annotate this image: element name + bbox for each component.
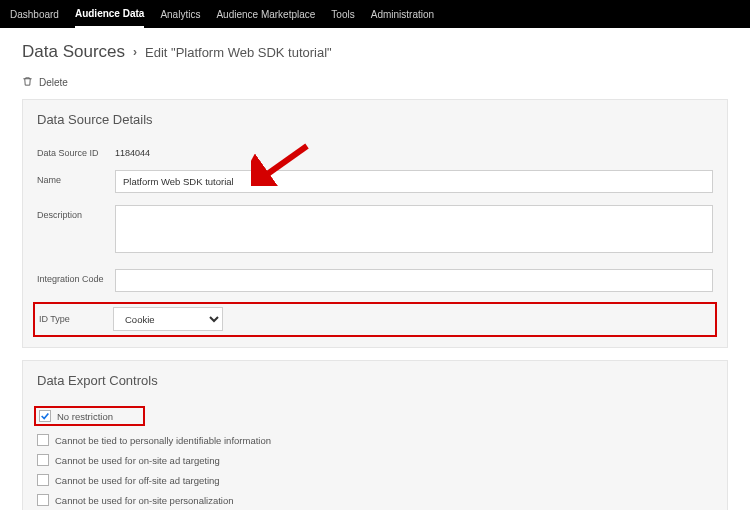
nav-dashboard[interactable]: Dashboard [10,2,59,27]
label-description: Description [37,205,115,220]
breadcrumb-root[interactable]: Data Sources [22,42,125,62]
checkbox-pii[interactable] [37,434,49,446]
checkbox-onsite-personalization[interactable] [37,494,49,506]
panel-title-dec: Data Export Controls [37,373,713,388]
nav-audience-data[interactable]: Audience Data [75,1,144,28]
page-title: Edit "Platform Web SDK tutorial" [145,45,332,60]
integration-code-input[interactable] [115,269,713,292]
nav-administration[interactable]: Administration [371,2,434,27]
checkbox-no-restriction[interactable] [39,410,51,422]
dec-option-label: No restriction [57,411,113,422]
data-source-details-panel: Data Source Details Data Source ID 11840… [22,99,728,348]
delete-button[interactable]: Delete [22,76,728,89]
breadcrumb: Data Sources › Edit "Platform Web SDK tu… [22,42,728,62]
dec-option-label: Cannot be used for on-site ad targeting [55,455,220,466]
name-input[interactable] [115,170,713,193]
checkbox-offsite-ad[interactable] [37,474,49,486]
chevron-right-icon: › [133,45,137,59]
nav-tools[interactable]: Tools [331,2,354,27]
label-name: Name [37,170,115,185]
panel-title-details: Data Source Details [37,112,713,127]
top-nav: Dashboard Audience Data Analytics Audien… [0,0,750,28]
label-integration-code: Integration Code [37,269,115,284]
trash-icon [22,76,33,89]
annotation-norestriction-highlight: No restriction [34,406,145,426]
dec-option-label: Cannot be tied to personally identifiabl… [55,435,271,446]
dec-option-label: Cannot be used for on-site personalizati… [55,495,234,506]
nav-audience-marketplace[interactable]: Audience Marketplace [216,2,315,27]
nav-analytics[interactable]: Analytics [160,2,200,27]
checkbox-onsite-ad[interactable] [37,454,49,466]
value-data-source-id: 1184044 [115,143,150,158]
annotation-idtype-highlight: ID Type Cookie [33,302,717,337]
label-data-source-id: Data Source ID [37,143,115,158]
dec-option-label: Cannot be used for off-site ad targeting [55,475,220,486]
data-export-controls-panel: Data Export Controls No restriction Cann… [22,360,728,510]
label-id-type: ID Type [39,314,113,324]
id-type-select[interactable]: Cookie [113,307,223,331]
delete-label: Delete [39,77,68,88]
description-input[interactable] [115,205,713,253]
